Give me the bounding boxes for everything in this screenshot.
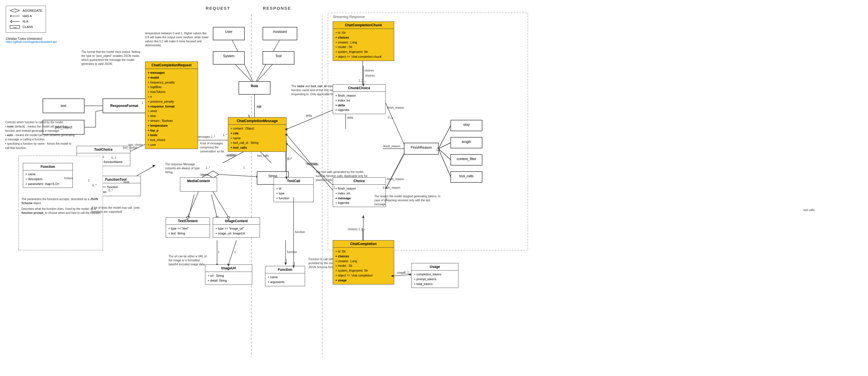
field-maxtokens: + maxTokens <box>148 89 195 94</box>
function-in-tool-call-box: Function + name + arguments <box>265 266 305 286</box>
image-content-type: + type == "image_url" <box>215 226 257 231</box>
response-header: RESPONSE <box>263 6 291 10</box>
length-box: length <box>451 137 482 148</box>
field-response-format: + response_format <box>148 104 195 109</box>
svg-text:1..*: 1..* <box>359 79 363 82</box>
field-presence: + presence_penalty <box>148 99 195 104</box>
chunk-system-fp: + system_fingerprint: Str <box>335 50 392 54</box>
tool-call-id: + id <box>276 186 311 191</box>
usage-title: Usage <box>411 263 458 270</box>
choice-finish: + finish_reason <box>335 186 383 191</box>
text-content-text: + text: String <box>168 231 207 236</box>
svg-text:finish_reason: finish_reason <box>387 178 404 181</box>
svg-marker-57 <box>207 171 219 178</box>
field-tools: + tools <box>148 133 195 138</box>
legend-is-a: IS A <box>9 19 42 24</box>
completion-choices: + choices <box>335 254 392 259</box>
svg-text:delta: delta <box>347 116 353 119</box>
image-content-body: + type == "image_url" + image_url: Image… <box>213 225 260 237</box>
svg-text:1: 1 <box>243 166 245 169</box>
tool-entity: Tool <box>263 52 294 64</box>
legend-has-a: HAS A <box>9 14 42 18</box>
function-desc: + description <box>25 177 70 181</box>
svg-text:1..*: 1..* <box>223 134 227 137</box>
svg-text:content: content <box>227 153 237 156</box>
svg-line-79 <box>438 149 451 177</box>
svg-text:choices: choices <box>348 228 358 231</box>
chat-completion-chunk-body: + id :Str + choices + created : Long + m… <box>333 29 394 61</box>
svg-marker-2 <box>10 15 11 17</box>
svg-marker-37 <box>153 165 155 168</box>
svg-line-115 <box>385 153 404 189</box>
choice-title: Choice <box>333 178 385 185</box>
usage-prompt: + prompt_tokens <box>414 277 456 282</box>
tool-call-type: + type <box>276 191 311 196</box>
diagram-container: AGGREGATE HAS A IS A xxx CLASS Christian… <box>0 0 868 376</box>
svg-text:message: message <box>307 163 319 166</box>
svg-text:1..*: 1..* <box>359 228 363 231</box>
annotation-tool-choice: Controls which function is called by the… <box>5 120 76 150</box>
user-entity: User <box>213 27 245 40</box>
svg-text:finish_reason: finish_reason <box>383 145 400 148</box>
function-in-tool-call-title: Function <box>265 266 305 273</box>
svg-line-109 <box>286 110 333 129</box>
svg-line-28 <box>96 110 103 112</box>
svg-text:xxx: xxx <box>13 26 17 29</box>
legend-aggregate-label: AGGREGATE <box>23 9 42 12</box>
svg-text:1: 1 <box>286 259 287 262</box>
svg-line-61 <box>219 174 257 177</box>
chunk-choice-title: ChunkChoice <box>333 85 385 92</box>
tool-call-box: ToolCall + id + type + function <box>274 177 314 202</box>
svg-text:content: content <box>226 154 235 157</box>
chunk-model: + model : Str <box>335 45 392 50</box>
assistant-entity: Assistant <box>263 27 297 40</box>
chunk-created: + created : Long <box>335 40 392 45</box>
svg-text:role: role <box>257 105 262 108</box>
text-entity: text <box>43 99 84 113</box>
legend-aggregate: AGGREGATE <box>9 8 42 13</box>
chat-completion-message-title: ChatCompletionMessage <box>228 117 286 125</box>
usage-total: + total_tokens <box>414 282 456 287</box>
completion-sys-fp: + system_fingerprint: Str <box>335 268 392 273</box>
chat-completion-body: + id :Str + choices + created : Long + m… <box>333 248 394 284</box>
field-stop: + stop <box>148 114 195 118</box>
image-url-title: ImageUrl <box>205 265 252 272</box>
annotation-messages: A list of messages comprising the conver… <box>200 142 231 153</box>
tool-choice-title: ToolChoice <box>77 146 130 153</box>
image-content-title: ImageContent <box>213 218 260 225</box>
svg-line-77 <box>438 143 451 149</box>
msg-content: + content : Object <box>230 126 284 131</box>
svg-line-75 <box>438 125 451 149</box>
svg-text:role: role <box>256 106 261 109</box>
chat-completion-title: ChatCompletion <box>333 240 394 248</box>
svg-text:function: function <box>295 230 305 234</box>
author-info: Christian Tzolov (christzolov) https://g… <box>6 37 57 44</box>
author-url[interactable]: https://github.com/logaritex/assistant-a… <box>6 40 57 44</box>
annotation-image-url: The url can be either a URL of the image… <box>168 255 210 266</box>
annotation-tool-calls-detected: tool calls <box>803 208 814 212</box>
completion-model: + model : Str <box>335 263 392 268</box>
chat-completion-request-body: + messages + model + frequency_penalty +… <box>145 69 198 149</box>
svg-marker-0 <box>10 9 20 12</box>
chunk-choices: + choices <box>335 35 392 40</box>
svg-marker-84 <box>408 273 411 276</box>
svg-line-72 <box>383 154 404 195</box>
chat-completion-chunk-title: ChatCompletionChunk <box>333 22 394 29</box>
chunk-choice-finish: + finish_reason <box>335 93 383 98</box>
tool-call-body: + id + type + function <box>274 185 313 202</box>
svg-line-142 <box>188 192 198 217</box>
svg-text:0..*: 0..* <box>287 157 291 161</box>
function-class-body: + name + description + parameters: map<S… <box>23 170 72 187</box>
usage-body: + completion_tokens + prompt_tokens + to… <box>411 270 458 288</box>
chunk-object: + object == 'chat.completion.chunk' <box>335 54 392 59</box>
completion-usage: + usage <box>335 278 392 283</box>
chat-completion-chunk-box: ChatCompletionChunk + id :Str + choices … <box>333 22 394 61</box>
svg-line-130 <box>438 149 451 177</box>
svg-text:choices: choices <box>364 69 374 72</box>
text-content-title: TextContent <box>166 218 210 225</box>
image-url-body: + url : String + detail: String <box>205 272 252 285</box>
field-seed: + seed <box>148 109 195 114</box>
svg-text:1: 1 <box>293 262 295 265</box>
function-class-box: Function + name + description + paramete… <box>23 163 73 188</box>
field-n: + n <box>148 94 195 99</box>
